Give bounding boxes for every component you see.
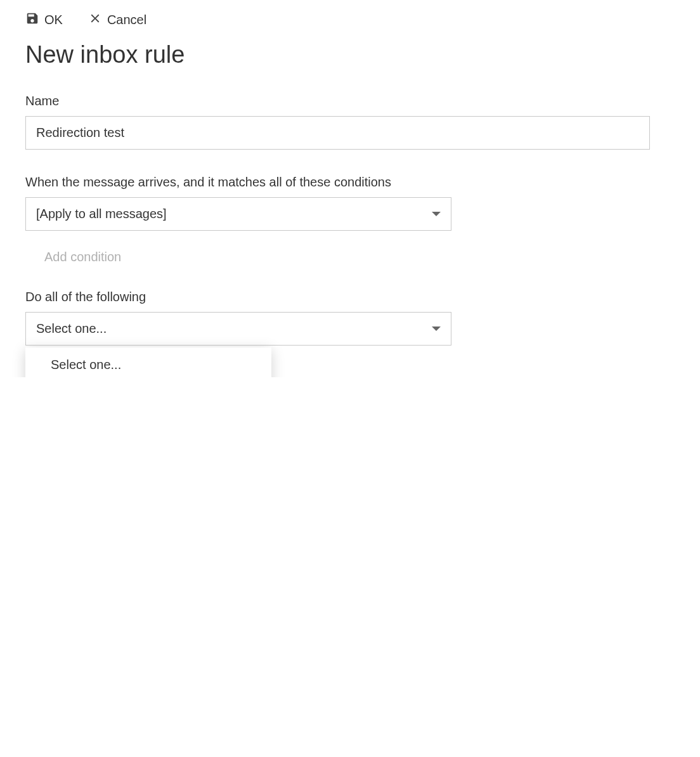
ok-button-label: OK — [44, 13, 63, 27]
action-section-label: Do all of the following — [25, 290, 675, 304]
name-field-label: Name — [25, 94, 675, 108]
caret-down-icon — [432, 212, 441, 216]
ok-button[interactable]: OK — [25, 11, 63, 29]
page-title: New inbox rule — [25, 41, 675, 68]
name-input[interactable] — [25, 116, 650, 150]
toolbar: OK Cancel — [25, 6, 675, 41]
add-condition-link[interactable]: Add condition — [44, 250, 121, 264]
condition-select-value: [Apply to all messages] — [36, 207, 167, 221]
save-icon — [25, 11, 39, 29]
cancel-button-label: Cancel — [107, 13, 146, 27]
action-section: Do all of the following Select one... ti… — [25, 290, 675, 346]
condition-select[interactable]: [Apply to all messages] — [25, 197, 451, 231]
action-dropdown-menu: Select one... Move, copy, or delete Pin … — [25, 347, 271, 377]
close-icon — [88, 11, 102, 29]
condition-section-label: When the message arrives, and it matches… — [25, 175, 675, 190]
dropdown-item-label: Select one... — [51, 358, 121, 372]
cancel-button[interactable]: Cancel — [88, 11, 146, 29]
dropdown-item-select-one[interactable]: Select one... — [25, 347, 271, 377]
action-select[interactable]: Select one... — [25, 312, 451, 346]
action-dropdown-area: Select one... tions Select one... Move, … — [25, 312, 675, 346]
name-section: Name — [25, 94, 675, 150]
action-select-value: Select one... — [36, 321, 107, 336]
condition-section: When the message arrives, and it matches… — [25, 175, 675, 264]
caret-down-icon — [432, 327, 441, 331]
